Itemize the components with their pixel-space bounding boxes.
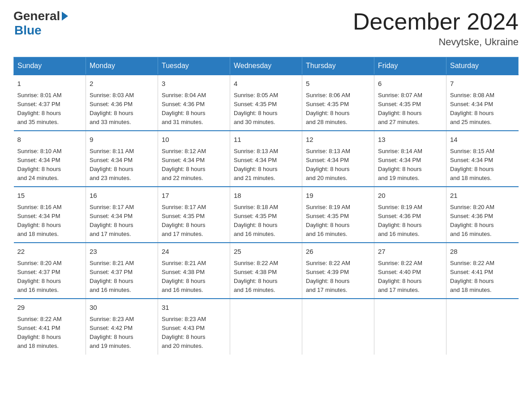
day-info: Sunrise: 8:23 AMSunset: 4:43 PMDaylight:… xyxy=(162,316,206,349)
day-number: 6 xyxy=(378,79,442,89)
day-number: 1 xyxy=(17,79,82,89)
table-row: 8 Sunrise: 8:10 AMSunset: 4:34 PMDayligh… xyxy=(14,131,86,187)
table-row: 9 Sunrise: 8:11 AMSunset: 4:34 PMDayligh… xyxy=(86,131,158,187)
day-number: 3 xyxy=(162,79,226,89)
calendar-week-row: 22 Sunrise: 8:20 AMSunset: 4:37 PMDaylig… xyxy=(14,243,519,299)
title-section: December 2024 Nevytske, Ukraine xyxy=(353,9,519,48)
calendar-week-row: 29 Sunrise: 8:22 AMSunset: 4:41 PMDaylig… xyxy=(14,299,519,354)
col-tuesday: Tuesday xyxy=(158,57,230,75)
table-row: 4 Sunrise: 8:05 AMSunset: 4:35 PMDayligh… xyxy=(230,75,302,131)
day-number: 2 xyxy=(90,79,154,89)
day-info: Sunrise: 8:23 AMSunset: 4:42 PMDaylight:… xyxy=(90,316,134,349)
col-wednesday: Wednesday xyxy=(230,57,302,75)
day-info: Sunrise: 8:07 AMSunset: 4:35 PMDaylight:… xyxy=(378,92,422,125)
day-number: 14 xyxy=(450,135,515,145)
table-row: 17 Sunrise: 8:17 AMSunset: 4:35 PMDaylig… xyxy=(158,187,230,243)
col-thursday: Thursday xyxy=(302,57,374,75)
table-row: 10 Sunrise: 8:12 AMSunset: 4:34 PMDaylig… xyxy=(158,131,230,187)
table-row: 2 Sunrise: 8:03 AMSunset: 4:36 PMDayligh… xyxy=(86,75,158,131)
day-number: 27 xyxy=(378,247,442,257)
day-info: Sunrise: 8:12 AMSunset: 4:34 PMDaylight:… xyxy=(162,148,206,181)
day-number: 21 xyxy=(450,191,515,201)
calendar-table: Sunday Monday Tuesday Wednesday Thursday… xyxy=(13,57,519,354)
day-number: 10 xyxy=(162,135,226,145)
table-row: 28 Sunrise: 8:22 AMSunset: 4:41 PMDaylig… xyxy=(446,243,519,299)
month-title: December 2024 xyxy=(353,9,519,34)
day-info: Sunrise: 8:14 AMSunset: 4:34 PMDaylight:… xyxy=(378,148,422,181)
day-info: Sunrise: 8:21 AMSunset: 4:37 PMDaylight:… xyxy=(90,260,134,293)
day-info: Sunrise: 8:08 AMSunset: 4:34 PMDaylight:… xyxy=(450,92,494,125)
table-row xyxy=(374,299,446,354)
table-row: 1 Sunrise: 8:01 AMSunset: 4:37 PMDayligh… xyxy=(14,75,86,131)
day-number: 31 xyxy=(162,303,226,313)
calendar-week-row: 15 Sunrise: 8:16 AMSunset: 4:34 PMDaylig… xyxy=(14,187,519,243)
logo-general: General xyxy=(13,9,60,23)
day-number: 15 xyxy=(17,191,82,201)
day-number: 25 xyxy=(234,247,298,257)
day-info: Sunrise: 8:13 AMSunset: 4:34 PMDaylight:… xyxy=(234,148,278,181)
day-info: Sunrise: 8:22 AMSunset: 4:41 PMDaylight:… xyxy=(17,316,62,349)
table-row: 3 Sunrise: 8:04 AMSunset: 4:36 PMDayligh… xyxy=(158,75,230,131)
day-number: 26 xyxy=(306,247,370,257)
table-row: 30 Sunrise: 8:23 AMSunset: 4:42 PMDaylig… xyxy=(86,299,158,354)
day-number: 24 xyxy=(162,247,226,257)
day-info: Sunrise: 8:13 AMSunset: 4:34 PMDaylight:… xyxy=(306,148,350,181)
day-number: 12 xyxy=(306,135,370,145)
logo-text: General xyxy=(13,9,68,23)
day-number: 5 xyxy=(306,79,370,89)
day-info: Sunrise: 8:17 AMSunset: 4:35 PMDaylight:… xyxy=(162,204,206,237)
day-info: Sunrise: 8:22 AMSunset: 4:38 PMDaylight:… xyxy=(234,260,278,293)
table-row: 19 Sunrise: 8:19 AMSunset: 4:35 PMDaylig… xyxy=(302,187,374,243)
table-row: 21 Sunrise: 8:20 AMSunset: 4:36 PMDaylig… xyxy=(446,187,519,243)
day-info: Sunrise: 8:20 AMSunset: 4:37 PMDaylight:… xyxy=(17,260,62,293)
day-info: Sunrise: 8:22 AMSunset: 4:39 PMDaylight:… xyxy=(306,260,350,293)
day-info: Sunrise: 8:06 AMSunset: 4:35 PMDaylight:… xyxy=(306,92,350,125)
day-info: Sunrise: 8:22 AMSunset: 4:41 PMDaylight:… xyxy=(450,260,494,293)
day-number: 7 xyxy=(450,79,515,89)
table-row: 16 Sunrise: 8:17 AMSunset: 4:34 PMDaylig… xyxy=(86,187,158,243)
day-number: 22 xyxy=(17,247,82,257)
table-row: 15 Sunrise: 8:16 AMSunset: 4:34 PMDaylig… xyxy=(14,187,86,243)
day-number: 11 xyxy=(234,135,298,145)
day-number: 28 xyxy=(450,247,515,257)
day-number: 29 xyxy=(17,303,82,313)
day-info: Sunrise: 8:05 AMSunset: 4:35 PMDaylight:… xyxy=(234,92,278,125)
table-row xyxy=(230,299,302,354)
day-info: Sunrise: 8:16 AMSunset: 4:34 PMDaylight:… xyxy=(17,204,62,237)
day-info: Sunrise: 8:15 AMSunset: 4:34 PMDaylight:… xyxy=(450,148,494,181)
day-number: 4 xyxy=(234,79,298,89)
day-info: Sunrise: 8:03 AMSunset: 4:36 PMDaylight:… xyxy=(90,92,134,125)
table-row xyxy=(302,299,374,354)
table-row: 31 Sunrise: 8:23 AMSunset: 4:43 PMDaylig… xyxy=(158,299,230,354)
day-number: 23 xyxy=(90,247,154,257)
logo: General Blue xyxy=(13,9,68,38)
table-row: 27 Sunrise: 8:22 AMSunset: 4:40 PMDaylig… xyxy=(374,243,446,299)
table-row: 24 Sunrise: 8:21 AMSunset: 4:38 PMDaylig… xyxy=(158,243,230,299)
day-number: 17 xyxy=(162,191,226,201)
table-row: 18 Sunrise: 8:18 AMSunset: 4:35 PMDaylig… xyxy=(230,187,302,243)
table-row: 5 Sunrise: 8:06 AMSunset: 4:35 PMDayligh… xyxy=(302,75,374,131)
day-info: Sunrise: 8:10 AMSunset: 4:34 PMDaylight:… xyxy=(17,148,62,181)
calendar-week-row: 8 Sunrise: 8:10 AMSunset: 4:34 PMDayligh… xyxy=(14,131,519,187)
table-row: 25 Sunrise: 8:22 AMSunset: 4:38 PMDaylig… xyxy=(230,243,302,299)
col-saturday: Saturday xyxy=(446,57,519,75)
page-header: General Blue December 2024 Nevytske, Ukr… xyxy=(13,9,519,48)
day-number: 20 xyxy=(378,191,442,201)
day-info: Sunrise: 8:18 AMSunset: 4:35 PMDaylight:… xyxy=(234,204,278,237)
day-number: 30 xyxy=(90,303,154,313)
table-row: 13 Sunrise: 8:14 AMSunset: 4:34 PMDaylig… xyxy=(374,131,446,187)
logo-blue: Blue xyxy=(14,23,42,37)
day-number: 13 xyxy=(378,135,442,145)
table-row: 11 Sunrise: 8:13 AMSunset: 4:34 PMDaylig… xyxy=(230,131,302,187)
logo-arrow-icon xyxy=(62,12,68,21)
day-info: Sunrise: 8:01 AMSunset: 4:37 PMDaylight:… xyxy=(17,92,62,125)
table-row: 7 Sunrise: 8:08 AMSunset: 4:34 PMDayligh… xyxy=(446,75,519,131)
table-row: 20 Sunrise: 8:19 AMSunset: 4:36 PMDaylig… xyxy=(374,187,446,243)
table-row: 14 Sunrise: 8:15 AMSunset: 4:34 PMDaylig… xyxy=(446,131,519,187)
day-info: Sunrise: 8:22 AMSunset: 4:40 PMDaylight:… xyxy=(378,260,422,293)
table-row: 29 Sunrise: 8:22 AMSunset: 4:41 PMDaylig… xyxy=(14,299,86,354)
day-info: Sunrise: 8:20 AMSunset: 4:36 PMDaylight:… xyxy=(450,204,494,237)
day-info: Sunrise: 8:11 AMSunset: 4:34 PMDaylight:… xyxy=(90,148,134,181)
table-row: 22 Sunrise: 8:20 AMSunset: 4:37 PMDaylig… xyxy=(14,243,86,299)
table-row: 6 Sunrise: 8:07 AMSunset: 4:35 PMDayligh… xyxy=(374,75,446,131)
